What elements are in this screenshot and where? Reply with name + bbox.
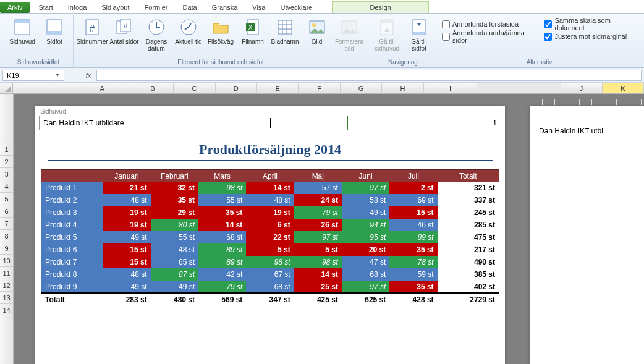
btn-time[interactable]: Aktuell tid (174, 16, 203, 45)
row-11[interactable]: 11 (0, 267, 13, 279)
row-6[interactable]: 6 (0, 205, 13, 218)
col-B[interactable]: B (132, 83, 174, 93)
chk-diff-first[interactable]: Annorlunda förstasida (442, 19, 535, 30)
btn-picture[interactable]: Bild (302, 16, 332, 45)
btn-sheetname[interactable]: Bladnamn (270, 16, 300, 45)
product-name: Produkt 8 (41, 268, 103, 281)
table-row: Produkt 419 st80 st14 st6 st26 st94 st46… (41, 219, 499, 231)
col-I[interactable]: I (424, 83, 478, 93)
header-left[interactable]: Dan Haldin IKT utbildare (40, 116, 193, 130)
col-K[interactable]: K (603, 83, 644, 93)
col-header: April (246, 169, 294, 182)
svg-rect-27 (381, 20, 393, 23)
table-row: Produkt 549 st55 st68 st22 st97 st95 st8… (41, 231, 499, 243)
chk-align-margins[interactable]: Justera mot sidmarginal (544, 31, 637, 42)
page2-header-left[interactable]: Dan Haldin IKT utbi (535, 124, 644, 138)
pages-icon: # (114, 17, 134, 37)
table-row: Produkt 949 st49 st79 st68 st25 st97 st3… (41, 281, 499, 293)
data-cell: 55 st (198, 194, 246, 206)
btn-pages[interactable]: # Antal sidor (109, 16, 139, 45)
data-cell: 6 st (246, 219, 294, 231)
row-7[interactable]: 7 (0, 218, 13, 230)
row-headers: 1 2 3 4 5 6 7 8 9 10 11 12 13 14 (0, 94, 14, 364)
tab-start[interactable]: Start (31, 2, 60, 13)
select-all[interactable] (0, 83, 13, 93)
svg-rect-18 (278, 20, 292, 34)
data-cell: 67 st (246, 268, 294, 281)
col-J[interactable]: J (561, 83, 602, 93)
header-center[interactable] (193, 116, 347, 130)
data-cell: 14 st (246, 182, 294, 194)
header-area[interactable]: Dan Haldin IKT utbildare 1 (39, 116, 501, 130)
header-right[interactable]: 1 (347, 116, 501, 130)
data-cell: 24 st (294, 194, 342, 206)
btn-goto-header-label: Gå till sidhuvud (372, 38, 402, 52)
btn-footer[interactable]: Sidfot (40, 16, 69, 45)
col-H[interactable]: H (382, 83, 423, 93)
data-cell: 57 st (294, 182, 342, 194)
group-elements: # Sidnummer # Antal sidor Dagens datum A… (74, 15, 368, 67)
row-5[interactable]: 5 (0, 193, 13, 205)
tab-formler[interactable]: Formler (137, 2, 176, 13)
col-F[interactable]: F (299, 83, 340, 93)
btn-header[interactable]: Sidhuvud (7, 16, 37, 45)
data-cell: 21 st (103, 182, 150, 194)
row-13[interactable]: 13 (0, 292, 13, 304)
col-G[interactable]: G (341, 83, 382, 93)
tab-visa[interactable]: Visa (245, 2, 273, 13)
row-9[interactable]: 9 (0, 242, 13, 255)
group-header-footer-label: Sidhuvud/sidfot (7, 58, 69, 67)
column-headers: A B C D E F G H I J K (0, 83, 644, 94)
tab-infoga[interactable]: Infoga (61, 2, 95, 13)
tab-granska[interactable]: Granska (205, 2, 245, 13)
group-options-label: Alternativ (442, 58, 637, 67)
btn-sheetname-label: Bladnamn (271, 38, 299, 45)
data-cell: 68 st (342, 268, 389, 281)
btn-goto-footer[interactable]: Gå till sidfot (404, 16, 434, 52)
data-cell: 94 st (342, 219, 389, 231)
col-A[interactable]: A (72, 83, 132, 93)
tab-utvecklare[interactable]: Utvecklare (273, 2, 320, 13)
goto-header-icon (377, 17, 397, 37)
footer-label: Totalt (41, 293, 103, 305)
formula-input[interactable] (96, 70, 642, 81)
title-underline (48, 160, 493, 161)
col-C[interactable]: C (174, 83, 215, 93)
col-D[interactable]: D (216, 83, 257, 93)
formula-bar: K19 ▼ fx (0, 68, 644, 83)
data-cell: 15 st (103, 256, 150, 268)
btn-date[interactable]: Dagens datum (142, 16, 171, 52)
btn-pagenumber[interactable]: # Sidnummer (77, 16, 107, 45)
product-name: Produkt 9 (41, 281, 103, 293)
col-E[interactable]: E (257, 83, 299, 93)
btn-goto-header: Gå till sidhuvud (372, 16, 402, 52)
data-cell: 89 st (198, 256, 246, 268)
row-10[interactable]: 10 (0, 255, 13, 267)
grid[interactable]: Sidhuvud Dan Haldin IKT utbildare 1 Prod… (14, 94, 644, 364)
row-2[interactable]: 2 (0, 156, 13, 168)
header-icon (12, 17, 32, 37)
chk-diff-odd-even[interactable]: Annorlunda udda/jämna sidor (442, 31, 535, 42)
footer-icon (44, 17, 64, 37)
name-box[interactable]: K19 ▼ (2, 70, 64, 81)
tab-sidlayout[interactable]: Sidlayout (94, 2, 137, 13)
row-8[interactable]: 8 (0, 230, 13, 242)
row-1[interactable]: 1 (0, 143, 13, 156)
btn-filepath[interactable]: Filsökväg (206, 16, 235, 45)
name-box-value: K19 (7, 72, 19, 79)
fx-icon[interactable]: fx (83, 72, 94, 79)
row-14[interactable]: 14 (0, 304, 13, 316)
btn-filename[interactable]: X Filnamn (238, 16, 268, 45)
col-header: Mars (198, 169, 246, 182)
data-cell: 98 st (198, 182, 246, 194)
row-4[interactable]: 4 (0, 180, 13, 193)
tab-file[interactable]: Arkiv (0, 2, 30, 13)
data-cell: 46 st (389, 219, 437, 231)
row-3[interactable]: 3 (0, 168, 13, 180)
chevron-down-icon[interactable]: ▼ (55, 72, 60, 78)
group-navigation-label: Navigering (372, 58, 434, 67)
tab-data[interactable]: Data (175, 2, 204, 13)
chk-scale-with-doc[interactable]: Samma skala som dokument (544, 19, 637, 30)
tab-design[interactable]: Design (332, 1, 428, 13)
row-12[interactable]: 12 (0, 279, 13, 292)
